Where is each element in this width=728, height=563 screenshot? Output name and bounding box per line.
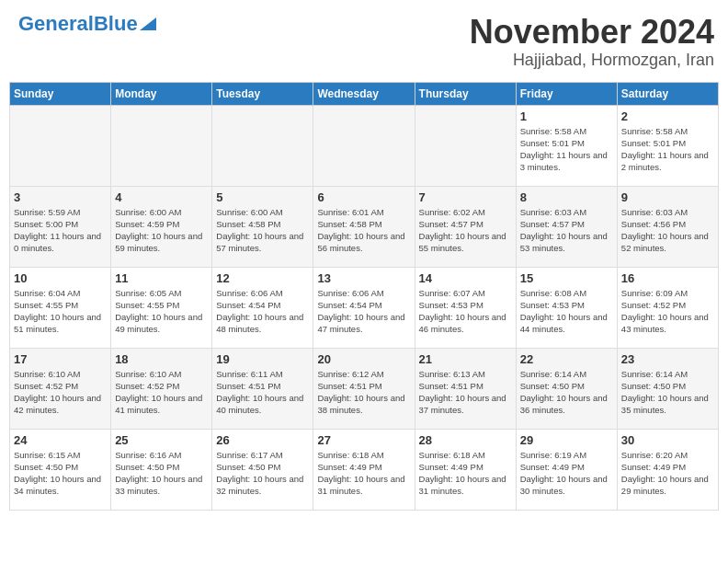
calendar-cell: 17Sunrise: 6:10 AMSunset: 4:52 PMDayligh…: [10, 348, 111, 429]
day-number: 5: [216, 190, 309, 204]
day-number: 28: [419, 433, 512, 447]
calendar-cell: [10, 105, 111, 186]
day-number: 23: [621, 352, 714, 366]
calendar-cell: 8Sunrise: 6:03 AMSunset: 4:57 PMDaylight…: [516, 186, 617, 267]
calendar-cell: 2Sunrise: 5:58 AMSunset: 5:01 PMDaylight…: [617, 105, 718, 186]
calendar-cell: 25Sunrise: 6:16 AMSunset: 4:50 PMDayligh…: [111, 429, 212, 510]
calendar-cell: 24Sunrise: 6:15 AMSunset: 4:50 PMDayligh…: [10, 429, 111, 510]
day-number: 29: [520, 433, 613, 447]
day-info: Sunrise: 6:17 AMSunset: 4:50 PMDaylight:…: [216, 449, 309, 498]
calendar-cell: 1Sunrise: 5:58 AMSunset: 5:01 PMDaylight…: [516, 105, 617, 186]
calendar-cell: 29Sunrise: 6:19 AMSunset: 4:49 PMDayligh…: [516, 429, 617, 510]
day-number: 3: [14, 190, 107, 204]
logo-icon: [140, 14, 156, 30]
calendar-cell: 19Sunrise: 6:11 AMSunset: 4:51 PMDayligh…: [212, 348, 313, 429]
day-number: 24: [14, 433, 107, 447]
day-number: 15: [520, 271, 613, 285]
day-number: 16: [621, 271, 714, 285]
day-info: Sunrise: 6:03 AMSunset: 4:57 PMDaylight:…: [520, 206, 613, 255]
logo-general: General: [18, 12, 94, 35]
calendar-cell: 7Sunrise: 6:02 AMSunset: 4:57 PMDaylight…: [415, 186, 516, 267]
logo-text: GeneralBlue: [18, 14, 138, 34]
calendar-cell: 26Sunrise: 6:17 AMSunset: 4:50 PMDayligh…: [212, 429, 313, 510]
day-info: Sunrise: 6:07 AMSunset: 4:53 PMDaylight:…: [419, 287, 512, 336]
calendar-cell: 15Sunrise: 6:08 AMSunset: 4:53 PMDayligh…: [516, 267, 617, 348]
day-number: 8: [520, 190, 613, 204]
col-header-friday: Friday: [516, 82, 617, 105]
day-info: Sunrise: 6:18 AMSunset: 4:49 PMDaylight:…: [317, 449, 410, 498]
calendar-cell: 9Sunrise: 6:03 AMSunset: 4:56 PMDaylight…: [617, 186, 718, 267]
day-number: 27: [317, 433, 410, 447]
day-info: Sunrise: 6:05 AMSunset: 4:55 PMDaylight:…: [115, 287, 208, 336]
day-info: Sunrise: 6:12 AMSunset: 4:51 PMDaylight:…: [317, 368, 410, 417]
day-info: Sunrise: 6:02 AMSunset: 4:57 PMDaylight:…: [419, 206, 512, 255]
day-number: 22: [520, 352, 613, 366]
calendar-cell: 5Sunrise: 6:00 AMSunset: 4:58 PMDaylight…: [212, 186, 313, 267]
day-number: 30: [621, 433, 714, 447]
calendar-cell: 3Sunrise: 5:59 AMSunset: 5:00 PMDaylight…: [10, 186, 111, 267]
day-number: 1: [520, 109, 613, 123]
day-info: Sunrise: 6:14 AMSunset: 4:50 PMDaylight:…: [621, 368, 714, 417]
day-number: 10: [14, 271, 107, 285]
day-info: Sunrise: 6:13 AMSunset: 4:51 PMDaylight:…: [419, 368, 512, 417]
calendar-week-4: 17Sunrise: 6:10 AMSunset: 4:52 PMDayligh…: [10, 348, 719, 429]
calendar-cell: 23Sunrise: 6:14 AMSunset: 4:50 PMDayligh…: [617, 348, 718, 429]
day-number: 13: [317, 271, 410, 285]
calendar-cell: [415, 105, 516, 186]
calendar-cell: 11Sunrise: 6:05 AMSunset: 4:55 PMDayligh…: [111, 267, 212, 348]
col-header-tuesday: Tuesday: [212, 82, 313, 105]
day-info: Sunrise: 6:15 AMSunset: 4:50 PMDaylight:…: [14, 449, 107, 498]
calendar-cell: 20Sunrise: 6:12 AMSunset: 4:51 PMDayligh…: [313, 348, 415, 429]
header-row: SundayMondayTuesdayWednesdayThursdayFrid…: [10, 82, 719, 105]
day-info: Sunrise: 6:08 AMSunset: 4:53 PMDaylight:…: [520, 287, 613, 336]
day-number: 18: [115, 352, 208, 366]
day-info: Sunrise: 6:06 AMSunset: 4:54 PMDaylight:…: [216, 287, 309, 336]
calendar-cell: 30Sunrise: 6:20 AMSunset: 4:49 PMDayligh…: [617, 429, 718, 510]
day-number: 25: [115, 433, 208, 447]
day-info: Sunrise: 5:58 AMSunset: 5:01 PMDaylight:…: [520, 125, 613, 174]
calendar-cell: 28Sunrise: 6:18 AMSunset: 4:49 PMDayligh…: [415, 429, 516, 510]
day-number: 9: [621, 190, 714, 204]
svg-marker-0: [140, 17, 156, 30]
day-info: Sunrise: 6:10 AMSunset: 4:52 PMDaylight:…: [115, 368, 208, 417]
day-number: 6: [317, 190, 410, 204]
calendar-week-5: 24Sunrise: 6:15 AMSunset: 4:50 PMDayligh…: [10, 429, 719, 510]
col-header-monday: Monday: [111, 82, 212, 105]
day-info: Sunrise: 6:06 AMSunset: 4:54 PMDaylight:…: [317, 287, 410, 336]
day-info: Sunrise: 6:04 AMSunset: 4:55 PMDaylight:…: [14, 287, 107, 336]
day-info: Sunrise: 6:11 AMSunset: 4:51 PMDaylight:…: [216, 368, 309, 417]
calendar-week-1: 1Sunrise: 5:58 AMSunset: 5:01 PMDaylight…: [10, 105, 719, 186]
calendar-cell: 22Sunrise: 6:14 AMSunset: 4:50 PMDayligh…: [516, 348, 617, 429]
day-number: 11: [115, 271, 208, 285]
day-number: 17: [14, 352, 107, 366]
day-info: Sunrise: 5:59 AMSunset: 5:00 PMDaylight:…: [14, 206, 107, 255]
day-info: Sunrise: 6:00 AMSunset: 4:59 PMDaylight:…: [115, 206, 208, 255]
day-number: 26: [216, 433, 309, 447]
calendar-cell: 27Sunrise: 6:18 AMSunset: 4:49 PMDayligh…: [313, 429, 415, 510]
day-info: Sunrise: 6:00 AMSunset: 4:58 PMDaylight:…: [216, 206, 309, 255]
col-header-saturday: Saturday: [617, 82, 718, 105]
day-number: 21: [419, 352, 512, 366]
day-number: 7: [419, 190, 512, 204]
day-number: 12: [216, 271, 309, 285]
logo: GeneralBlue: [18, 14, 156, 34]
calendar-cell: [212, 105, 313, 186]
col-header-sunday: Sunday: [10, 82, 111, 105]
calendar-cell: [111, 105, 212, 186]
day-info: Sunrise: 6:20 AMSunset: 4:49 PMDaylight:…: [621, 449, 714, 498]
calendar-cell: 21Sunrise: 6:13 AMSunset: 4:51 PMDayligh…: [415, 348, 516, 429]
day-info: Sunrise: 6:01 AMSunset: 4:58 PMDaylight:…: [317, 206, 410, 255]
calendar-week-2: 3Sunrise: 5:59 AMSunset: 5:00 PMDaylight…: [10, 186, 719, 267]
title-block: November 2024 Hajjiabad, Hormozgan, Iran: [470, 14, 714, 70]
calendar-cell: 12Sunrise: 6:06 AMSunset: 4:54 PMDayligh…: [212, 267, 313, 348]
day-info: Sunrise: 6:16 AMSunset: 4:50 PMDaylight:…: [115, 449, 208, 498]
calendar-cell: 14Sunrise: 6:07 AMSunset: 4:53 PMDayligh…: [415, 267, 516, 348]
calendar-week-3: 10Sunrise: 6:04 AMSunset: 4:55 PMDayligh…: [10, 267, 719, 348]
day-number: 19: [216, 352, 309, 366]
day-info: Sunrise: 6:03 AMSunset: 4:56 PMDaylight:…: [621, 206, 714, 255]
col-header-thursday: Thursday: [415, 82, 516, 105]
day-info: Sunrise: 6:09 AMSunset: 4:52 PMDaylight:…: [621, 287, 714, 336]
day-info: Sunrise: 5:58 AMSunset: 5:01 PMDaylight:…: [621, 125, 714, 174]
logo-blue: Blue: [94, 12, 138, 35]
day-info: Sunrise: 6:18 AMSunset: 4:49 PMDaylight:…: [419, 449, 512, 498]
